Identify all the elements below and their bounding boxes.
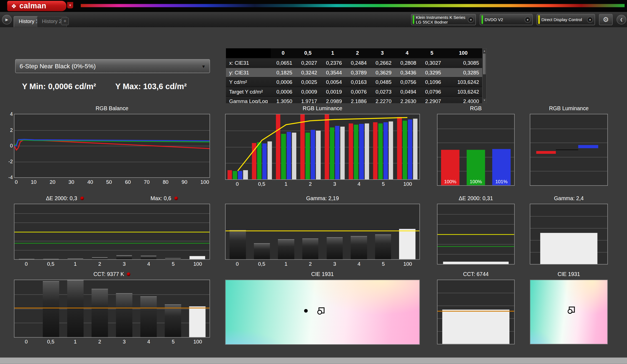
gamma-panel: Gamma: 2,19 00,512345100 [225, 195, 420, 267]
rgb-balance-plot: 420-2-4 [14, 114, 210, 178]
table-cell: 0,1825 [271, 68, 295, 77]
status-dot [175, 197, 178, 200]
collapse-right-panel-button[interactable]: ❮ [617, 15, 626, 24]
y-max-label: Y Max: 103,6 cd/m² [115, 82, 187, 91]
table-cell: 0,0019 [320, 87, 345, 96]
tab-bar: ▶ History 1 History 2 + Klein Instrument… [0, 12, 627, 27]
value-bar: 100% [441, 150, 460, 185]
history-nav-button[interactable]: ▶ [2, 15, 12, 24]
bar-groups [437, 280, 514, 344]
value-bar [165, 305, 181, 337]
rgb-gain-plot: 100%100%101% [437, 114, 515, 186]
cie-measured-dot [304, 309, 308, 313]
table-row[interactable]: y: CIE310,18250,32420,35440,37890,36290,… [226, 68, 482, 78]
play-icon: ▶ [5, 17, 8, 21]
rgb-gain-panel: RGB 100%100%101% [437, 105, 515, 186]
cie1931-summary-panel: CIE 1931 [530, 271, 608, 344]
meter-label: Klein Instruments K Series LG 55CX Bodne… [416, 15, 466, 24]
bar-groups [530, 204, 608, 264]
table-scrollbar[interactable]: ▲ ▼ [482, 48, 487, 103]
meter-dropdown[interactable]: Klein Instruments K Series LG 55CX Bodne… [411, 14, 476, 25]
bar-groups [225, 204, 419, 259]
table-cell: 103,6242 [444, 87, 482, 96]
table-row[interactable]: x: CIE310,06510,20270,23760,24840,26620,… [226, 58, 482, 68]
bar-group [371, 204, 395, 259]
bar-group [530, 204, 608, 264]
row-label: x: CIE31 [226, 58, 271, 67]
calman-logo[interactable]: ❖ calman [7, 1, 66, 11]
value-bar [116, 255, 132, 259]
scroll-down-button[interactable]: ▼ [483, 98, 486, 103]
bar-groups: 100%100%101% [437, 114, 514, 185]
x-axis-labels: 00,512345100 [14, 261, 210, 267]
table-row[interactable]: Target Y cd/m²0,00060,00090,00190,00760,… [226, 87, 482, 97]
yellow-limit-line [14, 232, 210, 232]
column-header: 2 [345, 48, 370, 58]
chevron-down-icon: ▼ [468, 17, 474, 23]
chart-title: RGB Balance [14, 105, 210, 112]
x-tick-label: 0 [225, 261, 250, 267]
table-cell: 0,2376 [320, 58, 345, 67]
logo-menu-button[interactable]: ▼ [67, 2, 73, 8]
bar-group [274, 204, 298, 259]
de2000-summary-panel: ΔE 2000: 0,31 [437, 195, 515, 264]
chart-title-text: Max: 0,6 [151, 195, 171, 202]
scroll-up-button[interactable]: ▲ [483, 49, 486, 53]
bar-group [39, 280, 63, 337]
settings-button[interactable]: ⚙ [599, 14, 613, 25]
table-cell: 0,2027 [295, 58, 320, 67]
cct-plot [14, 280, 210, 338]
row-label: Gamma Log/Log [226, 97, 271, 103]
x-axis-labels: 00,512345100 [14, 339, 210, 345]
table-cell: 0,0025 [295, 77, 320, 87]
chart-title: RGB [437, 105, 515, 112]
app-window: ❖ calman ▼ ▶ History 1 History 2 + Klein… [0, 0, 627, 364]
generator-label: DVDO V2 [485, 17, 523, 22]
table-cell: 0,2662 [370, 58, 395, 67]
value-bar [327, 237, 343, 259]
x-tick-label: 2 [88, 339, 112, 345]
value-bar [116, 293, 133, 337]
chart-title-text: RGB Luminance [549, 106, 589, 112]
table-cell: 0,3436 [395, 68, 419, 77]
value-bar [92, 257, 108, 259]
table-cell: 0,0756 [395, 77, 419, 87]
table-row[interactable]: Gamma Log/Log1,30501,97172,09892,18862,2… [226, 97, 482, 103]
table-cell: 0,2808 [395, 58, 419, 67]
table-cell: 0,0494 [395, 87, 419, 96]
display-name: LG 55CX Bodner [416, 20, 466, 24]
table-row[interactable]: Y cd/m²0,00060,00250,00540,01630,04850,0… [226, 77, 482, 87]
bar-group [63, 280, 88, 337]
bar-group [112, 280, 136, 337]
x-tick-label: 1 [63, 339, 88, 345]
y-tick-label: 4 [3, 111, 13, 117]
chevron-down-icon: ▼ [69, 3, 72, 7]
de2000-panel: ΔE 2000: 0,3 Max: 0,6 00,512345100 [14, 195, 210, 267]
x-tick-label: 3 [322, 261, 347, 267]
chevron-down-icon: ▼ [587, 17, 593, 23]
chart-title: RGB Luminance [225, 105, 420, 112]
chart-title: CIE 1931 [530, 271, 608, 277]
value-bar [68, 258, 83, 259]
logo-text: calman [19, 2, 46, 11]
x-tick-label: 3 [112, 339, 136, 345]
x-tick-label: 30 [68, 179, 74, 185]
table-cell: 0,0485 [370, 77, 395, 87]
x-tick-label: 3 [112, 261, 136, 267]
table-cell: 0,0006 [271, 87, 295, 96]
scroll-thumb[interactable] [483, 54, 486, 74]
bar-group [161, 280, 185, 337]
x-tick-label: 5 [161, 261, 185, 267]
value-bar: 100% [467, 150, 485, 185]
value-bar [443, 262, 509, 264]
x-tick-label: 5 [371, 261, 396, 267]
x-tick-label: 90 [181, 179, 187, 185]
de2000-plot [14, 204, 210, 260]
rgb-luminance-plot [225, 114, 420, 180]
layout-preset-dropdown[interactable]: 6-Step Near Black (0%-5%) ▼ [15, 59, 210, 73]
display-control-dropdown[interactable]: Direct Display Control ▼ [537, 14, 595, 25]
add-tab-button[interactable]: + [61, 17, 69, 25]
x-tick-label: 100 [200, 179, 209, 185]
column-header: 5 [419, 48, 444, 58]
pattern-generator-dropdown[interactable]: DVDO V2 ▼ [480, 14, 533, 25]
